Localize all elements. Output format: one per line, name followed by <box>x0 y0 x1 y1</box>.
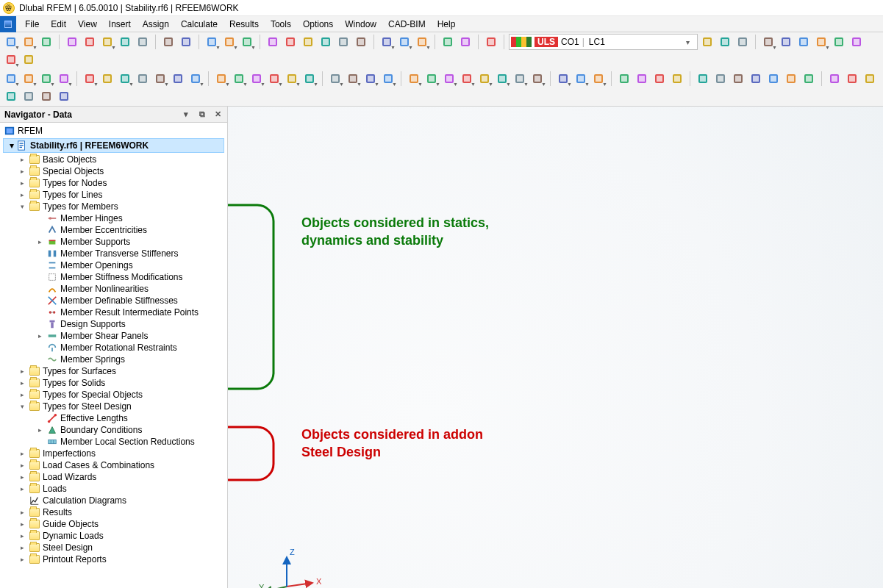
app-menu-icon[interactable] <box>0 16 16 32</box>
toolbar-button[interactable]: ▼ <box>301 71 318 87</box>
toolbar-button[interactable]: ▼ <box>221 34 237 50</box>
toolbar-button[interactable] <box>21 88 37 104</box>
toolbar-button[interactable] <box>796 34 812 50</box>
twisty-icon[interactable]: ▸ <box>18 462 26 469</box>
twisty-icon[interactable]: ▸ <box>18 450 26 457</box>
toolbar-button[interactable] <box>282 34 298 50</box>
tree-folder[interactable]: ▸ Types for Nodes <box>0 177 227 189</box>
twisty-icon[interactable]: ▸ <box>18 179 26 187</box>
tree-folder[interactable]: ▸ Results <box>0 506 227 518</box>
tree-item[interactable]: ▸ Boundary Conditions <box>0 424 227 436</box>
twisty-icon[interactable]: ▸ <box>18 485 26 492</box>
menu-window[interactable]: Window <box>339 16 382 32</box>
tree-item[interactable]: ▸ Member Nonlinearities <box>0 283 227 295</box>
twisty-icon[interactable]: ▸ <box>35 332 44 340</box>
toolbar-button[interactable]: ▼ <box>380 71 396 87</box>
menu-view[interactable]: View <box>72 16 103 32</box>
tree-folder[interactable]: ▸ Load Wizards <box>0 471 227 483</box>
toolbar-button[interactable]: ▼ <box>99 34 115 50</box>
twisty-icon[interactable]: ▾ <box>18 403 26 410</box>
menu-tools[interactable]: Tools <box>265 16 297 32</box>
menu-file[interactable]: File <box>19 16 45 32</box>
tree-item[interactable]: ▸ Member Openings <box>0 259 227 271</box>
tree-folder[interactable]: ▾ Types for Members <box>0 201 227 212</box>
toolbar-button[interactable] <box>353 34 369 50</box>
twisty-icon[interactable]: ▸ <box>18 520 26 528</box>
toolbar-button[interactable] <box>160 34 176 50</box>
toolbar-button[interactable] <box>117 34 133 50</box>
toolbar-button[interactable] <box>457 34 473 50</box>
toolbar-button[interactable]: ▼ <box>512 71 528 87</box>
toolbar-button[interactable]: ▼ <box>56 71 72 87</box>
toolbar-button[interactable]: ▼ <box>38 71 54 87</box>
tree-project[interactable]: ▾ Stability.rf6 | RFEEM6WORK <box>3 138 224 153</box>
tree-item[interactable]: ▸ Design Supports <box>0 318 227 330</box>
toolbar-button[interactable] <box>634 71 650 87</box>
toolbar-button[interactable]: ▼ <box>494 71 510 87</box>
load-case-input[interactable] <box>587 35 683 49</box>
menu-results[interactable]: Results <box>224 16 265 32</box>
toolbar-button[interactable] <box>21 51 37 68</box>
tree-item[interactable]: ▸ Effective Lengths <box>0 412 227 424</box>
tree-item[interactable]: ▸ Member Result Intermediate Points <box>0 306 227 318</box>
menu-cad-bim[interactable]: CAD-BIM <box>382 16 432 32</box>
tree-item[interactable]: ▸ Member Springs <box>0 354 227 365</box>
toolbar-button[interactable]: ▼ <box>414 34 430 50</box>
twisty-icon[interactable]: ▸ <box>18 544 26 551</box>
menu-help[interactable]: Help <box>432 16 462 32</box>
toolbar-button[interactable]: ▼ <box>423 71 440 87</box>
toolbar-button[interactable] <box>99 71 115 87</box>
toolbar-button[interactable] <box>862 71 878 87</box>
toolbar-button[interactable]: ▼ <box>3 34 19 50</box>
menu-options[interactable]: Options <box>297 16 339 32</box>
tree-item[interactable]: ▸ Member Supports <box>0 236 227 248</box>
toolbar-button[interactable]: ▼ <box>3 51 19 68</box>
toolbar-button[interactable]: ▼ <box>529 71 546 87</box>
twisty-icon[interactable]: ▸ <box>18 191 26 198</box>
tree-item[interactable]: ▸ Calculation Diagrams <box>0 495 227 506</box>
tree-item[interactable]: ▸ Member Hinges <box>0 212 227 224</box>
twisty-icon[interactable]: ▸ <box>18 168 26 175</box>
twisty-icon[interactable]: ▸ <box>18 556 26 563</box>
tree-folder[interactable]: ▸ Types for Surfaces <box>0 365 227 377</box>
toolbar-button[interactable] <box>178 34 194 50</box>
toolbar-button[interactable]: ▼ <box>406 71 422 87</box>
toolbar-button[interactable] <box>783 71 799 87</box>
toolbar-button[interactable]: ▼ <box>327 71 343 87</box>
menu-edit[interactable]: Edit <box>45 16 72 32</box>
twisty-icon[interactable]: ▸ <box>18 379 26 387</box>
tree-folder[interactable]: ▾ Types for Steel Design <box>0 401 227 412</box>
twisty-icon[interactable]: ▾ <box>10 140 14 151</box>
tree-folder[interactable]: ▸ Printout Reports <box>0 553 227 565</box>
toolbar-button[interactable] <box>64 34 80 50</box>
twisty-icon[interactable]: ▸ <box>35 238 44 245</box>
toolbar-button[interactable]: ▼ <box>345 71 361 87</box>
toolbar-button[interactable] <box>265 34 281 50</box>
toolbar-button[interactable] <box>318 34 334 50</box>
toolbar-button[interactable] <box>734 34 751 50</box>
navigator-tree[interactable]: RFEM ▾ Stability.rf6 | RFEEM6WORK ▸ Basi… <box>0 123 227 588</box>
twisty-icon[interactable]: ▸ <box>35 426 44 434</box>
tree-item[interactable]: ▸ Member Transverse Stiffeners <box>0 248 227 259</box>
tree-folder[interactable]: ▸ Basic Objects <box>0 154 227 165</box>
toolbar-button[interactable] <box>616 71 632 87</box>
twisty-icon[interactable]: ▸ <box>18 532 26 539</box>
tree-folder[interactable]: ▸ Special Objects <box>0 165 227 177</box>
toolbar-button[interactable] <box>440 34 456 50</box>
twisty-icon[interactable]: ▸ <box>18 391 26 398</box>
tree-root[interactable]: RFEM <box>0 124 227 137</box>
toolbar-button[interactable] <box>56 88 72 104</box>
toolbar-button[interactable] <box>801 71 817 87</box>
tree-folder[interactable]: ▸ Steel Design <box>0 542 227 553</box>
toolbar-button[interactable]: ▼ <box>231 71 247 87</box>
toolbar-button[interactable]: ▼ <box>284 71 300 87</box>
toolbar-button[interactable] <box>699 34 715 50</box>
toolbar-button[interactable] <box>695 71 711 87</box>
tree-folder[interactable]: ▸ Loads <box>0 483 227 495</box>
toolbar-button[interactable] <box>717 34 733 50</box>
toolbar-button[interactable] <box>848 34 865 50</box>
toolbar-button[interactable] <box>135 34 151 50</box>
model-viewport[interactable]: Objects considered in statics, dynamics … <box>228 107 883 588</box>
toolbar-button[interactable]: ▼ <box>187 71 204 87</box>
toolbar-button[interactable]: ▼ <box>3 71 19 87</box>
